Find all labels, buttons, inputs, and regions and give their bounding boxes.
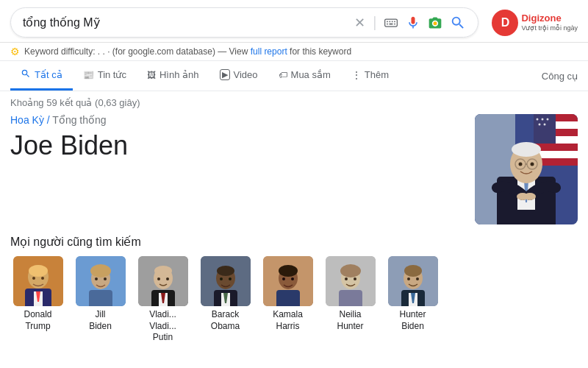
person-name-trump: DonaldTrump (24, 309, 51, 332)
svg-rect-4 (395, 21, 396, 22)
clear-icon[interactable]: ✕ (354, 15, 365, 31)
tab-hinh-anh-label: Hình ảnh (159, 69, 199, 80)
search-box: tổng thống Mỹ ✕ | (10, 7, 478, 38)
person-photo-trump (13, 256, 63, 306)
svg-point-20 (547, 118, 549, 121)
svg-point-81 (407, 277, 410, 280)
svg-rect-1 (387, 21, 389, 22)
person-name-neilia: NeiliaHunter (337, 309, 363, 332)
tab-tat-ca-label: Tất cả (35, 69, 62, 80)
person-card-neilia[interactable]: NeiliaHunter (323, 256, 378, 344)
entity-photo[interactable] (475, 114, 578, 224)
tab-them[interactable]: ⋮ Thêm (341, 62, 399, 91)
tab-video[interactable]: ▶ Video (209, 62, 268, 90)
main-content: Hoa Kỳ / Tổng thống Joe Biden (0, 111, 588, 227)
nav-tabs: Tất cả 📰 Tin tức 🖼 Hình ảnh ▶ Video 🏷 Mu… (0, 61, 588, 91)
tab-tat-ca[interactable]: Tất cả (10, 61, 73, 91)
svg-point-75 (345, 277, 348, 280)
digizone-badge-icon: D (492, 10, 518, 36)
camera-icon[interactable] (428, 15, 442, 30)
person-photo-putin (138, 256, 188, 306)
microphone-icon[interactable] (406, 15, 420, 30)
svg-point-53 (157, 277, 160, 280)
svg-point-60 (217, 266, 234, 276)
svg-rect-6 (390, 23, 393, 24)
svg-rect-71 (276, 290, 300, 306)
svg-point-18 (537, 118, 539, 121)
entity-name: Joe Biden (10, 130, 460, 161)
svg-point-39 (32, 277, 35, 280)
breadcrumb: Hoa Kỳ / Tổng thống (10, 114, 460, 126)
svg-point-35 (524, 193, 536, 200)
mua-sam-icon: 🏷 (279, 70, 287, 80)
keyword-difficulty-bar: ⚙ Keyword difficulty: . . · (for google.… (0, 43, 588, 61)
svg-point-28 (512, 142, 541, 157)
tab-hinh-anh[interactable]: 🖼 Hình ảnh (137, 62, 209, 90)
svg-point-82 (416, 277, 419, 280)
person-photo-kamala (263, 256, 313, 306)
svg-rect-5 (387, 23, 389, 24)
svg-rect-7 (395, 23, 396, 24)
search-submit-icon[interactable] (450, 15, 466, 31)
svg-point-74 (340, 264, 361, 277)
top-bar: tổng thống Mỹ ✕ | D Digizone Vượt trội m… (0, 0, 588, 43)
tab-them-label: Thêm (365, 69, 389, 80)
person-name-putin: Vladi...Vladi...Putin (149, 309, 176, 344)
kw-full-report-link[interactable]: full report (251, 46, 287, 57)
search-icons: ✕ | (354, 14, 466, 31)
svg-point-22 (544, 124, 546, 126)
svg-point-76 (354, 277, 356, 280)
svg-rect-2 (390, 21, 391, 22)
tab-mua-sam-label: Mua sắm (291, 69, 331, 80)
person-card-hunter[interactable]: HunterBiden (385, 256, 440, 344)
person-card-obama[interactable]: BarackObama (198, 256, 253, 344)
them-icon: ⋮ (351, 69, 361, 81)
breadcrumb-country[interactable]: Hoa Kỳ (10, 114, 44, 126)
tab-mua-sam[interactable]: 🏷 Mua sắm (268, 62, 341, 90)
svg-point-48 (104, 277, 107, 280)
svg-point-30 (531, 163, 534, 166)
person-name-kamala: KamalaHarris (273, 309, 303, 332)
svg-point-47 (95, 277, 98, 280)
kw-gear-icon: ⚙ (10, 46, 20, 57)
svg-point-38 (29, 265, 48, 277)
svg-rect-49 (89, 290, 112, 306)
left-panel: Hoa Kỳ / Tổng thống Joe Biden (10, 114, 460, 224)
search-input[interactable]: tổng thống Mỹ (23, 16, 348, 29)
person-card-trump[interactable]: DonaldTrump (10, 256, 65, 344)
tab-tin-tuc[interactable]: 📰 Tin tức (73, 62, 137, 90)
tat-ca-icon (21, 68, 31, 81)
tab-video-label: Video (234, 69, 258, 80)
hinh-anh-icon: 🖼 (147, 70, 156, 80)
results-count: Khoảng 59 kết quả (0,63 giây) (0, 91, 588, 111)
svg-point-52 (154, 266, 172, 276)
svg-point-54 (166, 277, 169, 280)
svg-point-40 (41, 277, 44, 280)
svg-point-29 (519, 163, 523, 166)
person-photo-jill (76, 256, 126, 306)
people-section-title: Mọi người cũng tìm kiếm (10, 235, 578, 249)
tools-button[interactable]: Công cụ (542, 63, 578, 89)
svg-rect-0 (385, 19, 398, 26)
people-also-search-section: Mọi người cũng tìm kiếm DonaldTrump (0, 227, 588, 344)
svg-rect-77 (339, 290, 362, 306)
svg-point-70 (291, 277, 294, 280)
keyboard-icon[interactable] (384, 15, 398, 30)
person-photo-neilia (326, 256, 376, 306)
svg-point-68 (279, 265, 298, 277)
breadcrumb-role: Tổng thống (52, 114, 106, 126)
people-grid: DonaldTrump JillBiden (10, 256, 578, 344)
tin-tuc-icon: 📰 (83, 70, 94, 80)
digizone-text-block: Digizone Vượt trội mỗi ngày (521, 13, 578, 32)
person-name-jill: JillBiden (89, 309, 112, 332)
svg-point-21 (539, 124, 541, 126)
svg-point-62 (229, 277, 232, 280)
svg-point-69 (282, 277, 285, 280)
svg-rect-3 (392, 21, 393, 22)
person-card-jill[interactable]: JillBiden (73, 256, 128, 344)
person-card-kamala[interactable]: KamalaHarris (260, 256, 315, 344)
digizone-name: Digizone (521, 13, 578, 24)
svg-point-8 (434, 21, 437, 25)
svg-point-46 (90, 264, 111, 277)
person-card-putin[interactable]: Vladi...Vladi...Putin (135, 256, 190, 344)
